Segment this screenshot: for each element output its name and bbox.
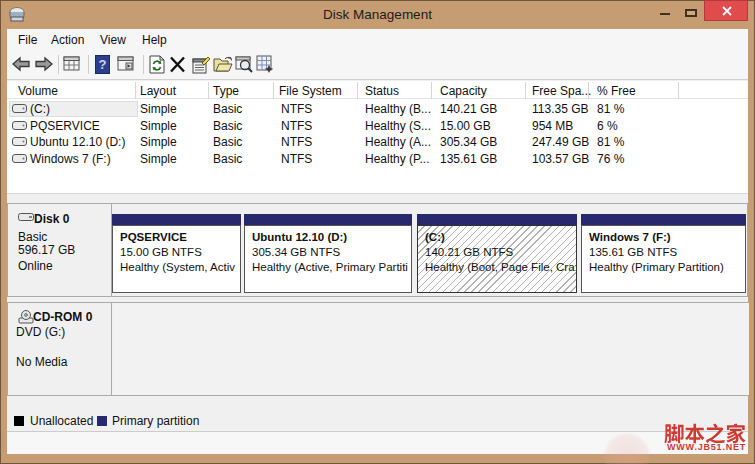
svg-text:?: ? bbox=[99, 57, 107, 72]
